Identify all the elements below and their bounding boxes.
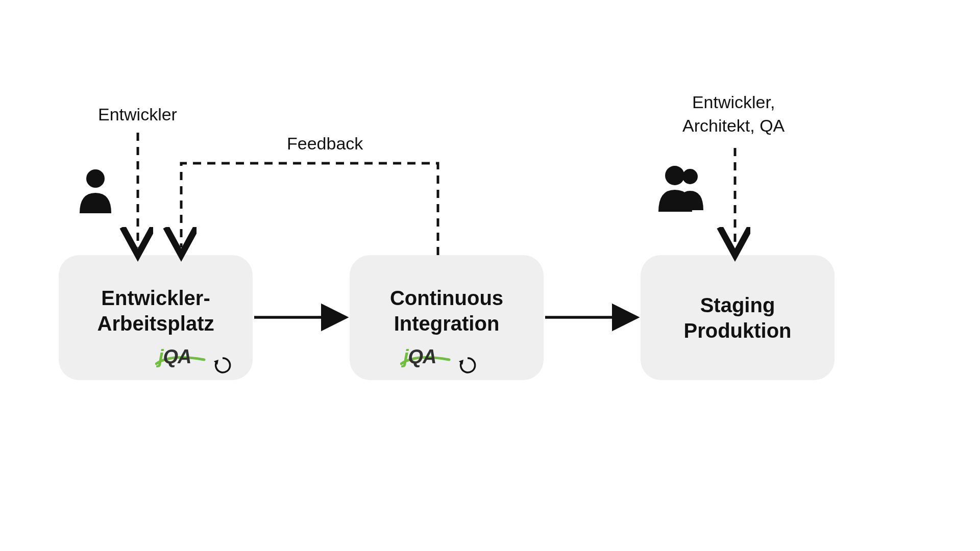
jqa-logo-workstation: jQA [158,346,191,368]
jqa-qa: QA [408,346,436,367]
arrow-feedback [181,163,438,255]
svg-point-3 [682,169,698,184]
person-icon [77,167,115,213]
box-ci-title: Continuous Integration [390,285,503,336]
cycle-icon [213,356,232,374]
svg-point-4 [665,166,684,185]
jqa-qa: QA [163,346,191,367]
box-staging: Staging Produktion [641,255,835,380]
actor-developer-label: Entwickler [98,105,177,124]
jqa-logo-ci: jQA [403,346,436,368]
actor-team-label: Entwickler, Architekt, QA [682,91,785,138]
box-workstation-title: Entwickler- Arbeitsplatz [97,285,214,336]
people-icon [656,163,707,212]
box-staging-title: Staging Produktion [683,292,791,343]
jqa-j: j [403,346,408,367]
jqa-j: j [158,346,163,367]
cycle-icon [458,356,477,374]
feedback-label: Feedback [287,134,363,154]
svg-point-2 [86,169,105,188]
